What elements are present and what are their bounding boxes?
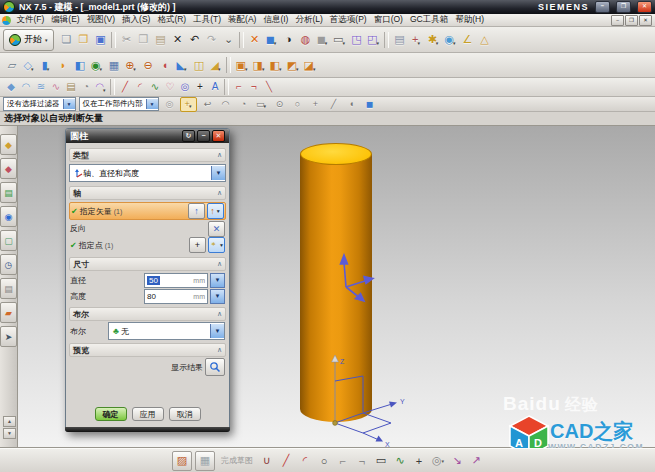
fit-view-icon[interactable]: ▭▾ — [331, 31, 348, 48]
wcs-orient-icon[interactable]: +▾ — [408, 31, 425, 48]
toolbar-separator[interactable] — [111, 32, 116, 48]
finish-sketch-button[interactable]: ▨ — [172, 451, 192, 471]
menu-item-gc-toolbox[interactable]: GC工具箱 — [406, 14, 451, 26]
assembly-navigator-tab[interactable]: ◆ — [0, 134, 17, 155]
revolve-icon[interactable]: ◗ — [54, 57, 71, 74]
dimensions-section-header[interactable]: 尺寸 ∧ — [69, 257, 226, 271]
menu-item-analysis[interactable]: 分析(L) — [292, 14, 326, 26]
hole-icon[interactable]: ◉▾ — [88, 57, 105, 74]
height-input[interactable]: 80 mm — [144, 289, 208, 304]
solid-body-filter-icon[interactable]: ◼ — [362, 98, 377, 111]
type-section-header[interactable]: 类型 ∧ — [69, 148, 226, 162]
specify-point-row[interactable]: ✔ 指定点 (1) + ＊▼ — [69, 237, 226, 253]
menu-item-insert[interactable]: 插入(S) — [119, 14, 154, 26]
quadrant-snap-icon[interactable]: ○ — [290, 98, 305, 111]
show-hide-icon[interactable]: ◉▾ — [442, 31, 459, 48]
diameter-input[interactable]: 50 mm — [144, 273, 208, 288]
cut-icon[interactable]: ✂ — [118, 31, 135, 48]
constraint-navigator-tab[interactable]: ◆ — [0, 158, 17, 179]
clip-section-icon[interactable]: ◳ — [348, 31, 365, 48]
project-curve-icon[interactable]: ╲ — [261, 80, 276, 95]
sketch-icon[interactable]: ▱ — [3, 57, 20, 74]
ok-button[interactable]: 确定 — [95, 407, 127, 421]
toolbar-separator[interactable] — [384, 32, 389, 48]
undo-icon[interactable]: ↶ — [186, 31, 203, 48]
extrude-icon[interactable]: ◧ — [71, 57, 88, 74]
measure-distance-icon[interactable]: ∠ — [459, 31, 476, 48]
height-unit-button[interactable]: ▼ — [210, 289, 225, 304]
sew-icon[interactable]: ▤ — [63, 80, 78, 95]
arc-center-snap-icon[interactable]: ⊙ — [272, 98, 287, 111]
diameter-unit-button[interactable]: ▼ — [210, 273, 225, 288]
delete-face-icon[interactable]: ◪▾ — [301, 57, 318, 74]
show-result-button[interactable] — [205, 358, 225, 376]
face-analysis-icon[interactable]: ◍ — [297, 31, 314, 48]
minimize-button[interactable]: − — [595, 1, 610, 13]
divide-curve-icon[interactable]: ¬ — [246, 80, 261, 95]
through-curves-icon[interactable]: ≋ — [33, 80, 48, 95]
part-navigator-tab[interactable]: ▤ — [0, 182, 17, 203]
start-button[interactable]: 开始 ▾ — [3, 29, 54, 51]
selection-filter-dropdown[interactable]: 没有选择过滤器 ▼ — [3, 97, 76, 111]
profile-icon[interactable]: ∪ — [259, 453, 275, 469]
type-caret-icon[interactable]: ▼ — [211, 166, 225, 180]
arc-icon[interactable]: ◜ — [297, 453, 313, 469]
law-curve-icon[interactable]: ♡ — [162, 80, 177, 95]
chamfer-icon[interactable]: ◣▾ — [173, 57, 190, 74]
line-icon[interactable]: ╱ — [278, 453, 294, 469]
menu-item-window[interactable]: 窗口(O) — [370, 14, 406, 26]
four-point-surface-icon[interactable]: ◆ — [3, 80, 18, 95]
line-icon[interactable]: ╱ — [117, 80, 132, 95]
close-all-icon[interactable]: ✕ — [246, 31, 263, 48]
quick-trim-icon[interactable]: ↘ — [449, 453, 465, 469]
point-icon[interactable]: + — [411, 453, 427, 469]
vector-triad[interactable] — [318, 250, 380, 314]
static-wireframe-icon[interactable]: ◼▾ — [314, 31, 331, 48]
spline-icon[interactable]: ∿ — [147, 80, 162, 95]
snap-point-toggle-icon[interactable]: +▾ — [180, 97, 197, 112]
rectangle-icon[interactable]: ▭ — [373, 453, 389, 469]
menu-item-view[interactable]: 视图(V) — [83, 14, 118, 26]
selection-scope-dropdown[interactable]: 仅在工作部件内部 ▼ — [79, 97, 159, 111]
toolbar-separator[interactable] — [226, 57, 231, 73]
touch-mode-tab[interactable]: ➤ — [0, 326, 17, 347]
menu-item-help[interactable]: 帮助(H) — [452, 14, 488, 26]
dialog-title-bar[interactable]: 圆柱 ↻ − ✕ — [66, 129, 229, 143]
internet-explorer-tab[interactable]: ◉ — [0, 206, 17, 227]
shaded-view-icon[interactable]: ◼▾ — [263, 31, 280, 48]
copy-icon[interactable]: ❒ — [135, 31, 152, 48]
close-button[interactable]: ✕ — [637, 1, 652, 13]
save-icon[interactable]: ▣ — [92, 31, 109, 48]
vector-dialog-button[interactable]: ↑ — [188, 203, 205, 219]
datum-plane-icon[interactable]: ◇▾ — [20, 57, 37, 74]
synchronous-modeling-icon[interactable]: ▣▾ — [233, 57, 250, 74]
preview-section-header[interactable]: 预览 ∧ — [69, 343, 226, 357]
trim-curve-icon[interactable]: ⌐ — [231, 80, 246, 95]
dialog-resize-grip[interactable] — [65, 427, 230, 432]
resource-scroll-down[interactable]: ▼ — [3, 428, 16, 439]
point-icon[interactable]: + — [192, 80, 207, 95]
offset-region-icon[interactable]: ◧▾ — [267, 57, 284, 74]
general-selection-icon[interactable]: ◎ — [162, 98, 177, 111]
studio-spline-icon[interactable]: ∿ — [392, 453, 408, 469]
boolean-dropdown[interactable]: ♣ 无 ▼ — [108, 322, 225, 340]
layer-settings-icon[interactable]: ▤ — [391, 31, 408, 48]
cylinder-top-face[interactable] — [300, 143, 372, 165]
csys-origin-ball[interactable] — [333, 421, 338, 426]
datum-csys[interactable]: Z Y X — [315, 352, 411, 448]
end-point-snap-icon[interactable]: ↩ — [200, 98, 215, 111]
doc-close-button[interactable]: ✕ — [639, 15, 652, 26]
toolbar-separator[interactable] — [110, 79, 115, 95]
boolean-section-header[interactable]: 布尔 ∧ — [69, 307, 226, 321]
offset-curve-icon[interactable]: ◎▾ — [430, 453, 446, 469]
styled-sweep-icon[interactable]: ∿ — [48, 80, 63, 95]
menu-item-information[interactable]: 信息(I) — [260, 14, 292, 26]
inferred-vector-button[interactable]: ↑▼ — [207, 203, 224, 219]
paste-icon[interactable]: ▤ — [152, 31, 169, 48]
resource-scroll-up[interactable]: ▲ — [3, 416, 16, 427]
menu-item-edit[interactable]: 编辑(E) — [48, 14, 83, 26]
cancel-button[interactable]: 取消 — [169, 407, 201, 421]
shell-icon[interactable]: ◫ — [190, 57, 207, 74]
offset-surface-icon[interactable]: ◠▾ — [93, 80, 108, 95]
menu-item-preferences[interactable]: 首选项(P) — [326, 14, 370, 26]
